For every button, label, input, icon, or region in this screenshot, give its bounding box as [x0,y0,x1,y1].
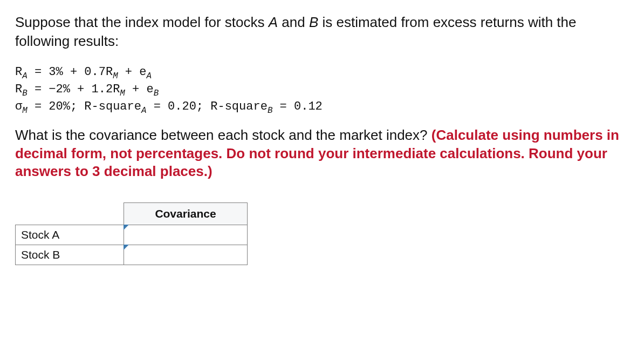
intro-text-prefix: Suppose that the index model for stocks [15,14,269,30]
table-row: Stock B [16,245,248,265]
question-text: What is the covariance between each stoc… [15,126,629,181]
question-main: What is the covariance between each stoc… [15,127,431,143]
row-label-stock-b: Stock B [16,245,124,265]
equation-block: RA = 3% + 0.7RM + eA RB = −2% + 1.2RM + … [15,64,629,116]
equation-rb: RB = −2% + 1.2RM + eB [15,81,629,98]
table-header-covariance: Covariance [124,203,248,225]
covariance-input-stock-b[interactable] [124,245,248,265]
intro-stock-b: B [309,14,318,30]
table-corner-blank [16,203,124,225]
equation-sigma: σM = 20%; R-squareA = 0.20; R-squareB = … [15,98,629,116]
input-marker-icon [124,225,129,230]
intro-text-mid: and [278,14,309,30]
problem-intro: Suppose that the index model for stocks … [15,13,629,51]
row-label-stock-a: Stock A [16,225,124,245]
intro-stock-a: A [269,14,278,30]
answer-table: Covariance Stock A Stock B [15,202,248,265]
table-row: Stock A [16,225,248,245]
equation-ra: RA = 3% + 0.7RM + eA [15,64,629,81]
covariance-input-stock-a[interactable] [124,225,248,245]
input-marker-icon [124,245,129,250]
